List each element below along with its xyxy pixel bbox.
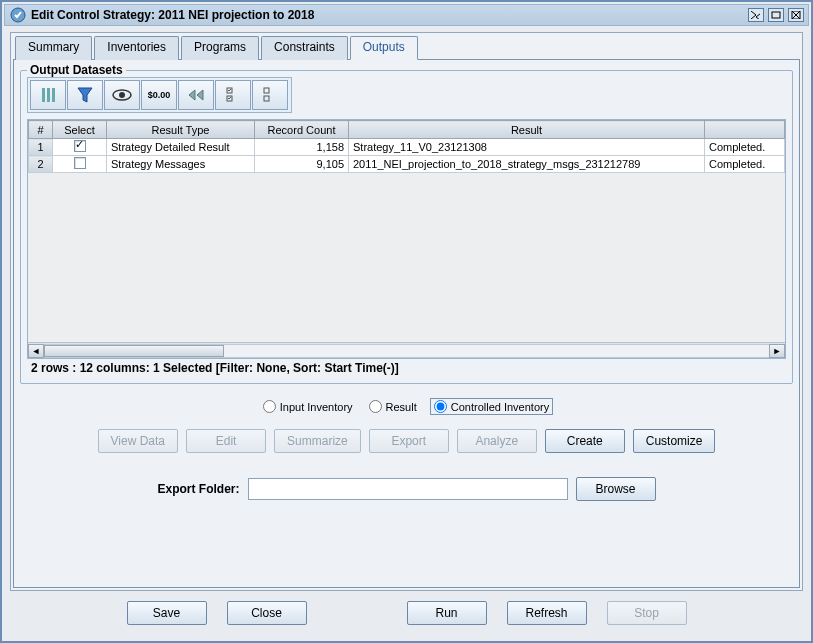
row-result: 2011_NEI_projection_to_2018_strategy_msg…: [349, 156, 705, 173]
customize-button[interactable]: Customize: [633, 429, 716, 453]
row-record-count: 1,158: [255, 139, 349, 156]
app-icon: [9, 6, 27, 24]
scroll-right-icon[interactable]: ►: [769, 344, 785, 358]
analyze-button: Analyze: [457, 429, 537, 453]
tab-programs[interactable]: Programs: [181, 36, 259, 60]
tab-constraints[interactable]: Constraints: [261, 36, 348, 60]
browse-button[interactable]: Browse: [576, 477, 656, 501]
toolbar-view-icon[interactable]: [104, 80, 140, 110]
svg-rect-11: [264, 96, 269, 101]
scroll-left-icon[interactable]: ◄: [28, 344, 44, 358]
maximize-button[interactable]: [768, 8, 784, 22]
toolbar-format-icon[interactable]: $0.00: [141, 80, 177, 110]
output-datasets-fieldset: Output Datasets $0.00: [20, 70, 793, 384]
row-record-count: 9,105: [255, 156, 349, 173]
export-button: Export: [369, 429, 449, 453]
row-status: Completed.: [705, 156, 785, 173]
view-data-button: View Data: [98, 429, 178, 453]
col-select[interactable]: Select: [53, 121, 107, 139]
table-status: 2 rows : 12 columns: 1 Selected [Filter:…: [27, 359, 786, 377]
main-panel: Summary Inventories Programs Constraints…: [10, 32, 803, 591]
save-button[interactable]: Save: [127, 601, 207, 625]
row-status: Completed.: [705, 139, 785, 156]
inventory-type-radios: Input Inventory Result Controlled Invent…: [20, 398, 793, 415]
toolbar-refresh-icon[interactable]: [30, 80, 66, 110]
toolbar-first-icon[interactable]: [178, 80, 214, 110]
export-folder-label: Export Folder:: [157, 482, 239, 496]
col-status[interactable]: [705, 121, 785, 139]
outputs-panel: Output Datasets $0.00: [13, 59, 800, 588]
edit-button: Edit: [186, 429, 266, 453]
svg-rect-10: [264, 88, 269, 93]
tabs: Summary Inventories Programs Constraints…: [15, 35, 800, 59]
svg-point-7: [119, 92, 125, 98]
output-datasets-legend: Output Datasets: [27, 63, 126, 77]
stop-button: Stop: [607, 601, 687, 625]
table-row[interactable]: 1 Strategy Detailed Result 1,158 Strateg…: [29, 139, 785, 156]
tab-summary[interactable]: Summary: [15, 36, 92, 60]
close-button[interactable]: [788, 8, 804, 22]
svg-rect-3: [42, 88, 45, 102]
tab-inventories[interactable]: Inventories: [94, 36, 179, 60]
row-num: 1: [29, 139, 53, 156]
row-result: Strategy_11_V0_23121308: [349, 139, 705, 156]
row-result-type: Strategy Messages: [107, 156, 255, 173]
col-result[interactable]: Result: [349, 121, 705, 139]
col-result-type[interactable]: Result Type: [107, 121, 255, 139]
radio-controlled-inventory[interactable]: Controlled Inventory: [430, 398, 553, 415]
toolbar-selectnone-icon[interactable]: [252, 80, 288, 110]
svg-rect-4: [47, 88, 50, 102]
toolbar-filter-icon[interactable]: [67, 80, 103, 110]
tab-outputs[interactable]: Outputs: [350, 36, 418, 60]
scroll-thumb[interactable]: [44, 345, 224, 357]
close-window-button[interactable]: Close: [227, 601, 307, 625]
row-select-checkbox[interactable]: [74, 140, 86, 152]
outputs-toolbar: $0.00: [27, 77, 292, 113]
row-num: 2: [29, 156, 53, 173]
outputs-table: # Select Result Type Record Count Result: [28, 120, 785, 173]
row-result-type: Strategy Detailed Result: [107, 139, 255, 156]
svg-rect-5: [52, 88, 55, 102]
export-folder-input[interactable]: [248, 478, 568, 500]
export-folder-row: Export Folder: Browse: [20, 477, 793, 501]
window-title: Edit Control Strategy: 2011 NEI projecti…: [31, 8, 314, 22]
table-row[interactable]: 2 Strategy Messages 9,105 2011_NEI_proje…: [29, 156, 785, 173]
run-button[interactable]: Run: [407, 601, 487, 625]
horizontal-scrollbar[interactable]: ◄ ►: [28, 342, 785, 358]
outputs-table-wrap: # Select Result Type Record Count Result: [27, 119, 786, 359]
summarize-button: Summarize: [274, 429, 361, 453]
radio-result[interactable]: Result: [366, 399, 420, 414]
row-select-checkbox[interactable]: [74, 157, 86, 169]
create-button[interactable]: Create: [545, 429, 625, 453]
titlebar: Edit Control Strategy: 2011 NEI projecti…: [4, 4, 809, 26]
col-num[interactable]: #: [29, 121, 53, 139]
svg-rect-1: [772, 12, 780, 18]
minimize-button[interactable]: [748, 8, 764, 22]
col-record-count[interactable]: Record Count: [255, 121, 349, 139]
footer-buttons: Save Close Run Refresh Stop: [10, 591, 803, 633]
edit-control-strategy-window: Edit Control Strategy: 2011 NEI projecti…: [0, 0, 813, 643]
radio-input-inventory[interactable]: Input Inventory: [260, 399, 356, 414]
toolbar-selectall-icon[interactable]: [215, 80, 251, 110]
action-buttons: View Data Edit Summarize Export Analyze …: [20, 429, 793, 453]
refresh-button[interactable]: Refresh: [507, 601, 587, 625]
